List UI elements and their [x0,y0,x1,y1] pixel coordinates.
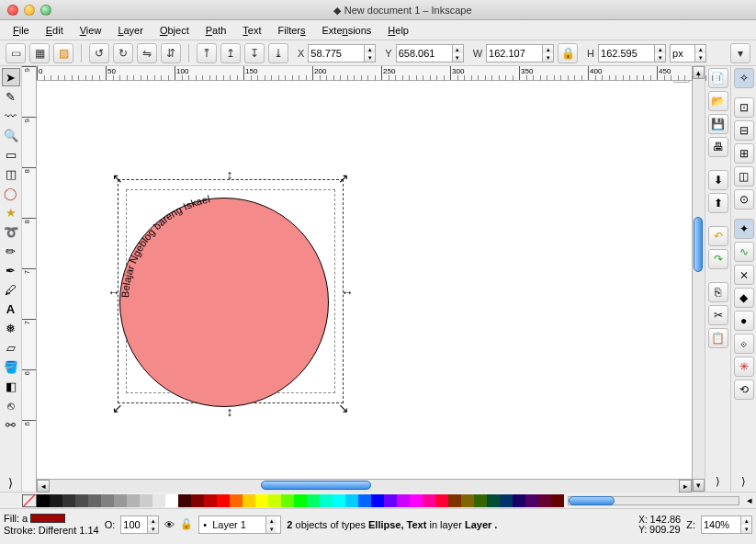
lock-aspect-button[interactable]: 🔒 [558,43,578,63]
lock-icon[interactable]: 🔓 [180,518,193,530]
save-button[interactable]: 💾 [708,114,728,134]
curved-text-object[interactable]: Belajar Ngeblog bareng Iskael [110,182,349,421]
handle-se[interactable]: ↘ [338,402,349,414]
unit-select[interactable]: ▴▾ [670,44,706,62]
swatch[interactable] [191,494,204,507]
swatch[interactable] [513,494,525,507]
raise-top-button[interactable]: ⤒ [197,43,217,63]
horizontal-ruler[interactable]: 050100150200250300350400450 [37,66,692,81]
swatch[interactable] [474,494,487,507]
zoom-field[interactable]: ▴▾ [701,516,752,534]
swatch[interactable] [62,494,75,507]
layer-input[interactable] [210,516,265,533]
hscroll-track[interactable] [50,480,679,493]
y-field[interactable]: ▴▾ [396,44,464,62]
visibility-icon[interactable]: 👁 [164,519,175,530]
y-input[interactable] [397,45,452,62]
cut-button[interactable]: ✂ [708,305,728,325]
handle-s[interactable]: ↕ [224,406,235,417]
snap-path-button[interactable]: ∿ [734,242,754,262]
lower-bottom-button[interactable]: ⤓ [268,43,288,63]
calligraphy-tool[interactable]: 🖊 [2,280,20,299]
snap-smooth-button[interactable]: ● [734,311,754,331]
pencil-tool[interactable]: ✏ [2,242,20,260]
vscroll-thumb[interactable] [694,217,703,272]
snap-nodes-button[interactable]: ✦ [734,219,754,239]
zoom-window-button[interactable] [40,5,51,16]
deselect-button[interactable]: ▨ [53,43,73,63]
connector-tool[interactable]: ⚯ [2,415,20,434]
swatch[interactable] [461,494,474,507]
snap-intersect-button[interactable]: ⨯ [734,265,754,285]
opacity-field[interactable]: ▴▾ [120,516,159,534]
y-down[interactable]: ▾ [452,53,463,62]
lower-button[interactable]: ↧ [244,43,265,63]
swatch[interactable] [37,494,50,507]
palette-menu[interactable]: ◂ [743,494,756,506]
w-input[interactable] [487,45,542,62]
swatch[interactable] [230,494,243,507]
menu-filters[interactable]: Filters [271,23,313,38]
bucket-tool[interactable]: 🪣 [2,357,20,376]
zoom-input[interactable] [702,516,740,533]
h-input[interactable] [599,45,654,62]
swatch[interactable] [435,494,448,507]
opacity-input[interactable] [121,516,147,533]
swatch[interactable] [50,494,62,507]
swatch[interactable] [525,494,538,507]
dropper-tool[interactable]: ⎋ [2,396,20,414]
rightcol-overflow[interactable]: ⟩ [708,471,728,492]
box3d-tool[interactable]: ◫ [2,164,20,183]
undo-button[interactable]: ↶ [708,226,728,246]
minimize-window-button[interactable] [24,5,35,16]
snap-line-mid-button[interactable]: ⟐ [734,334,754,354]
flip-horizontal-button[interactable]: ⇋ [137,43,157,63]
swatch[interactable] [165,494,178,507]
snap-enable-button[interactable]: ✧ [734,68,754,88]
select-all-button[interactable]: ▭ [6,43,26,63]
swatch[interactable] [448,494,461,507]
text-tool[interactable]: A [2,300,20,318]
swatch[interactable] [423,494,435,507]
menu-help[interactable]: Help [380,23,416,38]
zoom-icon[interactable]: 🔍 [673,81,690,83]
raise-button[interactable]: ↥ [220,43,241,63]
bezier-tool[interactable]: ✒ [2,261,20,279]
h-up[interactable]: ▴ [654,45,665,53]
layer-select[interactable]: •▴▾ [198,516,281,534]
star-tool[interactable]: ★ [2,203,20,221]
swatch[interactable] [268,494,281,507]
zoom-tool[interactable]: 🔍 [2,126,20,144]
swatch[interactable] [551,494,564,507]
horizontal-scrollbar[interactable]: ◂ ▸ [37,479,692,492]
swatch[interactable] [371,494,384,507]
swatch[interactable] [384,494,397,507]
spray-tool[interactable]: ❅ [2,319,20,337]
print-button[interactable]: 🖶 [708,137,728,157]
menu-layer[interactable]: Layer [110,23,151,38]
swatch[interactable] [101,494,114,507]
swatch[interactable] [255,494,268,507]
import-button[interactable]: ⬇ [708,170,728,190]
paste-button[interactable]: 📋 [708,328,728,348]
menu-view[interactable]: View [73,23,109,38]
palette-thumb[interactable] [569,496,615,505]
x-down[interactable]: ▾ [364,53,375,62]
snap-cusp-button[interactable]: ◆ [734,288,754,308]
select-in-layers-button[interactable]: ▦ [29,43,50,63]
hscroll-thumb[interactable] [261,481,371,490]
canvas[interactable]: Belajar Ngeblog bareng Iskael ↖ ↕ ↗ ↔ ↔ … [37,81,692,479]
menu-object[interactable]: Object [152,23,197,38]
x-input[interactable] [309,45,364,62]
toolbar-menu-button[interactable]: ▾ [730,43,750,63]
handle-sw[interactable]: ↙ [112,402,123,414]
gradient-tool[interactable]: ◧ [2,377,20,395]
swatch[interactable] [294,494,307,507]
open-button[interactable]: 📂 [708,91,728,111]
snap-center-button[interactable]: ⊙ [734,189,754,210]
toolbox-overflow[interactable]: ⟩ [2,473,20,492]
redo-button[interactable]: ↷ [708,249,728,269]
ellipse-tool[interactable]: ◯ [2,184,20,202]
w-up[interactable]: ▴ [542,45,553,53]
snap-corner-button[interactable]: ⊞ [734,143,754,164]
